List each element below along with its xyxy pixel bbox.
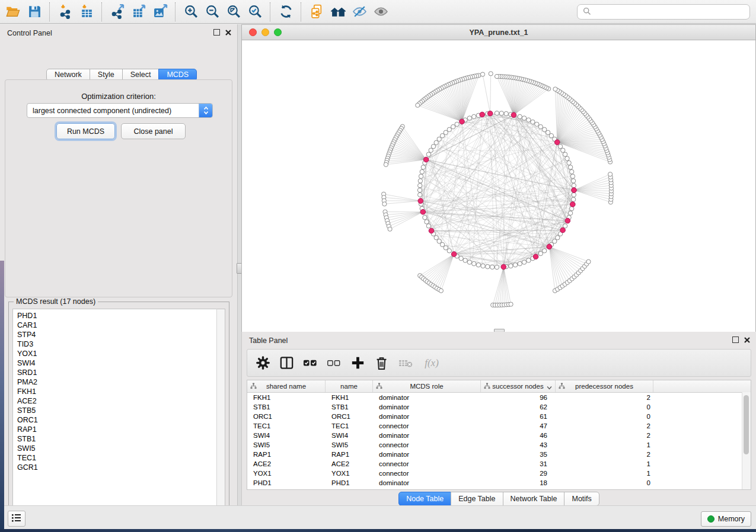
table-row[interactable]: SWI5SWI5connector431 xyxy=(247,440,751,450)
export-table-button[interactable] xyxy=(128,2,149,21)
table-row[interactable]: ORC1ORC1dominator610 xyxy=(247,412,751,421)
mcds-result-item[interactable]: ACE2 xyxy=(17,396,222,406)
mcds-result-item[interactable]: YOX1 xyxy=(17,349,222,358)
export-image-button[interactable] xyxy=(149,2,171,21)
search-box[interactable] xyxy=(577,4,750,20)
column-header-mcds-role[interactable]: MCDS role xyxy=(373,380,481,392)
mcds-result-item[interactable]: PHD1 xyxy=(17,311,222,321)
table-row[interactable]: YOX1YOX1connector291 xyxy=(247,469,751,478)
table-row[interactable]: FKH1FKH1dominator962 xyxy=(247,393,751,402)
table-cell: dominator xyxy=(373,479,481,486)
close-panel-icon[interactable] xyxy=(225,30,231,36)
zoom-selected-button[interactable] xyxy=(244,2,266,21)
column-header-predecessor-nodes[interactable]: predecessor nodes xyxy=(556,380,653,392)
run-mcds-button[interactable]: Run MCDS xyxy=(56,123,115,139)
table-cell: PHD1 xyxy=(247,479,326,486)
export-network-button[interactable] xyxy=(107,2,128,21)
tab-motifs[interactable]: Motifs xyxy=(564,492,599,506)
sort-desc-icon[interactable] xyxy=(547,384,552,391)
mcds-result-item[interactable]: FKH1 xyxy=(17,387,222,396)
tab-network-table[interactable]: Network Table xyxy=(503,492,565,506)
network-view-canvas[interactable] xyxy=(241,40,756,332)
float-window-icon[interactable] xyxy=(732,336,739,343)
select-all-icon[interactable] xyxy=(303,355,318,371)
table-row[interactable]: SWI4SWI4dominator462 xyxy=(247,431,751,440)
table-toolbar: f(x) xyxy=(247,349,751,377)
add-row-icon[interactable] xyxy=(350,355,365,371)
table-row[interactable]: STB1STB1dominator620 xyxy=(247,402,751,412)
table-scrollbar[interactable] xyxy=(742,392,751,489)
first-neighbors-button[interactable] xyxy=(327,2,349,21)
close-panel-button[interactable]: Close panel xyxy=(121,123,186,139)
mcds-result-item[interactable]: TID3 xyxy=(17,339,222,349)
duplicate-network-button[interactable] xyxy=(306,2,327,21)
save-session-button[interactable] xyxy=(24,2,45,21)
column-header-successor-nodes[interactable]: successor nodes xyxy=(481,380,556,392)
mcds-result-item[interactable]: STB1 xyxy=(17,434,222,444)
memory-button[interactable]: Memory xyxy=(701,511,751,527)
import-network-button[interactable] xyxy=(55,2,76,21)
toolbar-separator xyxy=(101,2,103,21)
show-all-button[interactable] xyxy=(370,2,391,21)
mcds-options-box: Optimization criterion: largest connecte… xyxy=(5,79,232,297)
tab-edge-table[interactable]: Edge Table xyxy=(451,492,503,506)
table-row[interactable]: RAP1RAP1dominator352 xyxy=(247,450,751,459)
mcds-result-item[interactable]: SRD1 xyxy=(17,368,222,377)
table-cell: connector xyxy=(373,422,481,430)
table-row[interactable]: ACE2ACE2connector311 xyxy=(247,459,751,469)
refresh-view-button[interactable] xyxy=(275,2,296,21)
table-cell: dominator xyxy=(373,451,481,458)
mcds-result-list[interactable]: PHD1CAR1STP4TID3YOX1SWI4SRD1PMA2FKH1ACE2… xyxy=(12,309,222,517)
open-file-button[interactable] xyxy=(2,2,24,21)
mcds-result-item[interactable]: STB5 xyxy=(17,406,222,415)
table-body: FKH1FKH1dominator962STB1STB1dominator620… xyxy=(247,393,751,488)
mcds-result-item[interactable]: GCR1 xyxy=(17,463,222,472)
table-cell: connector xyxy=(373,470,481,477)
node-table[interactable]: shared namenameMCDS rolesuccessor nodesp… xyxy=(247,380,751,490)
table-row[interactable]: TEC1TEC1connector472 xyxy=(247,421,751,431)
mcds-result-item[interactable]: TEC1 xyxy=(17,453,222,463)
dropdown-stepper-icon xyxy=(199,104,212,117)
search-input[interactable] xyxy=(595,7,744,17)
toolbar-separator xyxy=(301,2,302,21)
table-settings-icon[interactable] xyxy=(256,355,270,371)
table-cell: SWI4 xyxy=(326,432,373,439)
mcds-result-item[interactable]: RAP1 xyxy=(17,425,222,434)
control-panel: Control Panel NetworkStyleSelectMCDS Opt… xyxy=(0,24,237,505)
mcds-result-item[interactable]: CAR1 xyxy=(17,321,222,330)
column-header-filler xyxy=(653,380,751,392)
delete-column-icon xyxy=(398,355,413,371)
zoom-out-button[interactable] xyxy=(202,2,223,21)
table-cell: 35 xyxy=(481,451,556,458)
mcds-result-item[interactable]: SWI4 xyxy=(17,358,222,368)
column-header-shared-name[interactable]: shared name xyxy=(247,380,326,392)
column-header-name[interactable]: name xyxy=(326,380,373,392)
mcds-result-item[interactable]: PMA2 xyxy=(17,377,222,387)
control-panel-title: Control Panel xyxy=(7,29,52,37)
clear-selection-icon[interactable] xyxy=(327,355,342,371)
panel-menu-button[interactable] xyxy=(8,511,25,527)
tab-node-table[interactable]: Node Table xyxy=(398,492,451,506)
mcds-list-scrollbar[interactable] xyxy=(216,309,225,516)
delete-row-icon[interactable] xyxy=(374,355,389,371)
criterion-dropdown[interactable]: largest connected component (undirected) xyxy=(27,103,213,118)
table-cell: STB1 xyxy=(326,403,373,411)
table-cell: RAP1 xyxy=(247,451,326,458)
zoom-in-button[interactable] xyxy=(180,2,202,21)
mcds-result-group: MCDS result (17 nodes) PHD1CAR1STP4TID3Y… xyxy=(8,302,229,522)
desktop-wallpaper-strip xyxy=(0,261,4,529)
mcds-result-item[interactable]: ORC1 xyxy=(17,415,222,425)
network-window-titlebar[interactable]: YPA_prune.txt_1 xyxy=(241,24,756,40)
table-scrollbar-thumb[interactable] xyxy=(744,395,749,454)
table-row[interactable]: PHD1PHD1dominator180 xyxy=(247,478,751,488)
table-cell: RAP1 xyxy=(326,451,373,458)
column-label: successor nodes xyxy=(492,383,543,390)
mcds-result-item[interactable]: SWI5 xyxy=(17,444,222,453)
close-panel-icon[interactable] xyxy=(744,337,750,343)
split-view-icon[interactable] xyxy=(279,355,294,371)
float-window-icon[interactable] xyxy=(213,29,220,36)
hide-selected-button[interactable] xyxy=(349,2,370,21)
import-table-button[interactable] xyxy=(76,2,97,21)
zoom-fit-button[interactable] xyxy=(223,2,244,21)
mcds-result-item[interactable]: STP4 xyxy=(17,330,222,339)
